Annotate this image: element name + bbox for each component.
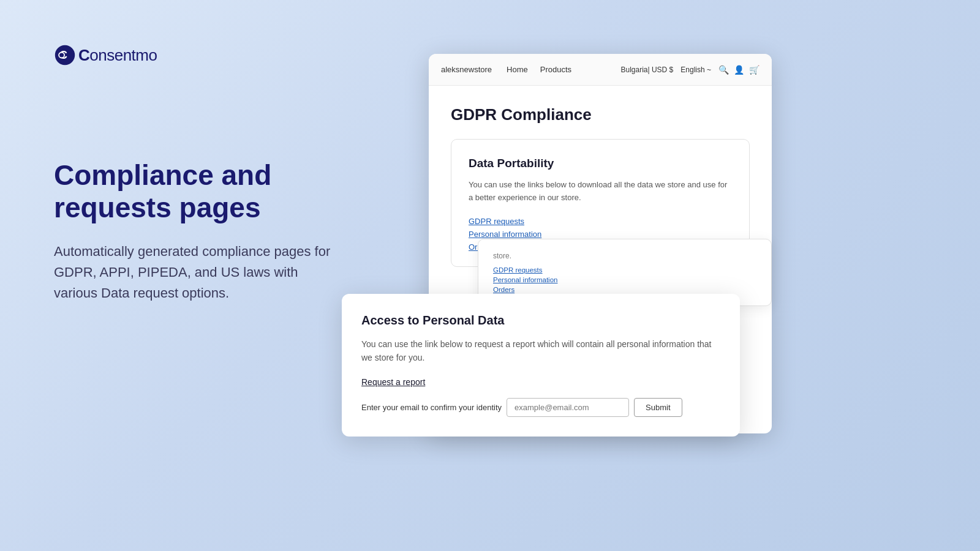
submit-button[interactable]: Submit [634,398,682,417]
main-heading: Compliance and requests pages [54,159,336,224]
user-icon[interactable]: 👤 [734,65,744,75]
page-title: GDPR Compliance [451,105,750,124]
access-personal-data-card: Access to Personal Data You can use the … [342,294,740,437]
cart-icon[interactable]: 🛒 [749,65,760,75]
nav-home[interactable]: Home [507,65,528,74]
card-access-desc: You can use the link below to request a … [361,337,720,365]
nav-currency[interactable]: Bulgaria| USD $ [620,66,673,74]
gdpr-requests-link[interactable]: GDPR requests [469,217,732,226]
nav-right: Bulgaria| USD $ English ~ 🔍 👤 🛒 [620,65,760,75]
card-behind-links: GDPR requests Personal information Order… [493,266,756,293]
card-portability-title: Data Portability [469,157,732,170]
store-name: aleksnewstore [441,65,492,74]
request-report-link[interactable]: Request a report [361,377,720,387]
personal-info-link[interactable]: Personal information [469,230,732,239]
nav-icons: 🔍 👤 🛒 [718,65,760,75]
personal-info-link-2[interactable]: Personal information [493,276,756,283]
left-content: Compliance and requests pages Automatica… [54,159,336,304]
svg-point-2 [59,53,64,58]
email-input[interactable] [507,398,629,417]
logo: C Consentmo [54,44,157,66]
gdpr-requests-link-2[interactable]: GDPR requests [493,266,756,274]
email-row: Enter your email to confirm your identit… [361,398,720,417]
nav-products[interactable]: Products [540,65,571,74]
nav-links: Home Products [507,65,571,74]
search-icon[interactable]: 🔍 [718,65,729,75]
sub-text: Automatically generated compliance pages… [54,241,336,304]
card-behind-desc: store. [493,252,756,260]
card-access-title: Access to Personal Data [361,313,720,328]
email-label: Enter your email to confirm your identit… [361,403,502,412]
card-portability-desc: You can use the links below to download … [469,179,732,204]
browser-nav: aleksnewstore Home Products Bulgaria| US… [429,54,772,86]
logo-text: Consentmo [78,46,157,65]
logo-icon: C [54,44,76,66]
orders-link-2[interactable]: Orders [493,286,756,293]
nav-language[interactable]: English ~ [680,66,711,74]
